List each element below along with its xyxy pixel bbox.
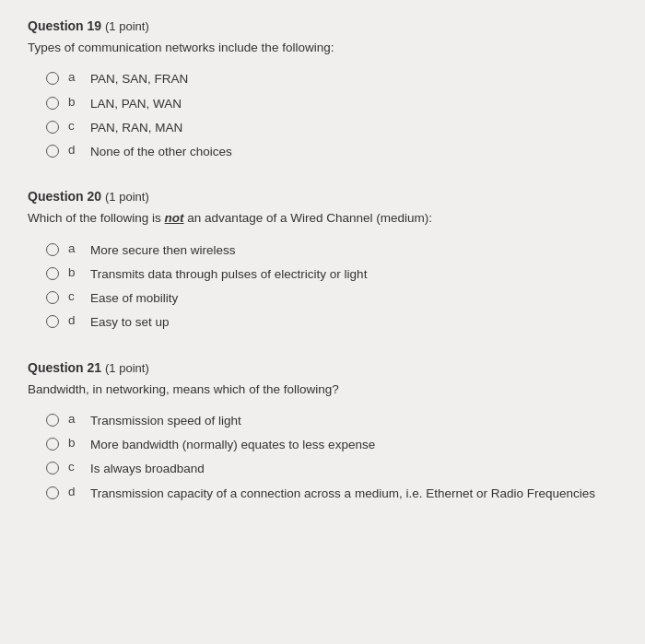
- question-19-number: Question 19: [28, 18, 101, 33]
- option-letter: a: [68, 241, 81, 255]
- option-text: Is always broadband: [90, 460, 205, 478]
- option-letter: d: [68, 313, 81, 327]
- list-item[interactable]: b LAN, PAN, WAN: [46, 95, 617, 113]
- radio-19-a[interactable]: [46, 72, 59, 85]
- option-text: Transmission speed of light: [90, 412, 241, 430]
- option-letter: b: [68, 265, 81, 279]
- option-letter: c: [68, 460, 81, 474]
- question-19-options: a PAN, SAN, FRAN b LAN, PAN, WAN c PAN, …: [28, 70, 617, 161]
- list-item[interactable]: c Is always broadband: [46, 460, 617, 478]
- radio-20-b[interactable]: [46, 267, 59, 280]
- option-text: PAN, SAN, FRAN: [90, 70, 188, 88]
- question-21-points: (1 point): [105, 361, 149, 375]
- radio-19-b[interactable]: [46, 97, 59, 110]
- question-20-text-before: Which of the following is: [28, 211, 165, 225]
- radio-20-a[interactable]: [46, 243, 59, 256]
- list-item[interactable]: d Easy to set up: [46, 313, 617, 332]
- option-letter: c: [68, 119, 81, 133]
- question-21-title: Question 21 (1 point): [28, 360, 617, 375]
- option-letter: d: [68, 485, 81, 498]
- question-20-title: Question 20 (1 point): [28, 189, 617, 204]
- question-21-text: Bandwidth, in networking, means which of…: [28, 381, 617, 399]
- question-21-options: a Transmission speed of light b More ban…: [28, 412, 617, 503]
- radio-19-c[interactable]: [46, 121, 59, 134]
- question-21: Question 21 (1 point) Bandwidth, in netw…: [28, 360, 617, 503]
- radio-20-c[interactable]: [46, 291, 59, 304]
- question-20-text-after: an advantage of a Wired Channel (medium)…: [184, 211, 432, 225]
- option-letter: b: [68, 436, 81, 450]
- list-item[interactable]: c PAN, RAN, MAN: [46, 119, 617, 137]
- question-20-text-italic: not: [165, 211, 184, 225]
- option-letter: c: [68, 289, 81, 303]
- radio-21-d[interactable]: [46, 486, 59, 499]
- question-20: Question 20 (1 point) Which of the follo…: [28, 189, 617, 332]
- radio-20-d[interactable]: [46, 315, 59, 328]
- question-20-number: Question 20: [28, 189, 101, 204]
- option-text: Easy to set up: [90, 313, 170, 332]
- option-text: None of the other choices: [90, 143, 232, 161]
- radio-19-d[interactable]: [46, 145, 59, 158]
- option-text: Transmits data through pulses of electri…: [90, 265, 367, 284]
- question-19-text: Types of communication networks include …: [28, 39, 617, 57]
- question-19-points: (1 point): [105, 19, 149, 33]
- list-item[interactable]: d Transmission capacity of a connection …: [46, 485, 617, 503]
- question-20-text: Which of the following is not an advanta…: [28, 209, 617, 228]
- option-text: Ease of mobility: [90, 289, 178, 308]
- list-item[interactable]: a Transmission speed of light: [46, 412, 617, 430]
- option-letter: b: [68, 95, 81, 109]
- list-item[interactable]: c Ease of mobility: [46, 289, 617, 308]
- option-text: PAN, RAN, MAN: [90, 119, 182, 137]
- question-19: Question 19 (1 point) Types of communica…: [28, 18, 617, 161]
- option-text: LAN, PAN, WAN: [90, 95, 182, 113]
- option-text: More secure then wireless: [90, 241, 236, 260]
- list-item[interactable]: d None of the other choices: [46, 143, 617, 161]
- question-21-number: Question 21: [28, 360, 101, 375]
- list-item[interactable]: a More secure then wireless: [46, 241, 617, 260]
- radio-21-b[interactable]: [46, 438, 59, 451]
- list-item[interactable]: a PAN, SAN, FRAN: [46, 70, 617, 88]
- question-20-options: a More secure then wireless b Transmits …: [28, 241, 617, 333]
- question-20-points: (1 point): [105, 190, 149, 204]
- question-19-title: Question 19 (1 point): [28, 18, 617, 33]
- option-letter: d: [68, 143, 81, 157]
- option-letter: a: [68, 70, 81, 84]
- radio-21-a[interactable]: [46, 414, 59, 427]
- option-text: Transmission capacity of a connection ac…: [90, 485, 595, 503]
- option-text: More bandwidth (normally) equates to les…: [90, 436, 375, 454]
- option-letter: a: [68, 412, 81, 426]
- radio-21-c[interactable]: [46, 462, 59, 474]
- list-item[interactable]: b Transmits data through pulses of elect…: [46, 265, 617, 284]
- list-item[interactable]: b More bandwidth (normally) equates to l…: [46, 436, 617, 454]
